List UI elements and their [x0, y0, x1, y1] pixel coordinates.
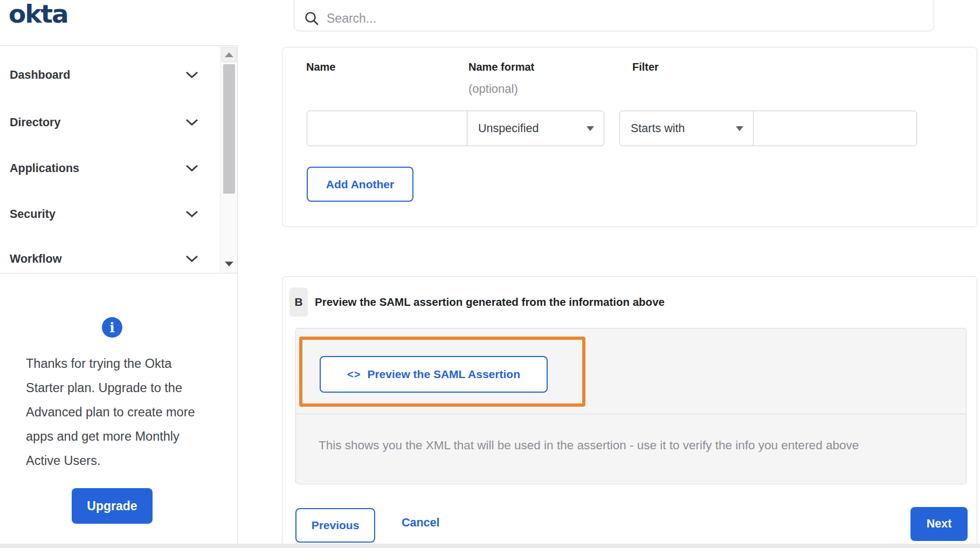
saml-preview-card: B Preview the SAML assertion generated f…	[282, 276, 977, 548]
chevron-down-icon	[185, 71, 198, 79]
global-search[interactable]	[294, 0, 934, 31]
sidebar-item-label: Directory	[10, 116, 60, 129]
add-another-button[interactable]: Add Another	[307, 167, 413, 202]
preview-button-label: Preview the SAML Assertion	[367, 368, 520, 381]
filter-value-input[interactable]	[753, 111, 917, 146]
previous-button[interactable]: Previous	[295, 508, 375, 543]
filter-operator-value: Starts with	[631, 122, 685, 135]
name-format-select[interactable]: Unspecified	[467, 111, 604, 146]
upgrade-button[interactable]: Upgrade	[72, 488, 153, 524]
sidebar-item-workflow[interactable]: Workflow	[10, 249, 198, 269]
arrow-up-icon	[225, 52, 233, 57]
attribute-name-input[interactable]	[307, 111, 467, 146]
preview-hint-text: This shows you the XML that will be used…	[319, 439, 859, 453]
scrollbar-thumb[interactable]	[223, 64, 235, 194]
cancel-link[interactable]: Cancel	[402, 516, 440, 530]
filter-operator-select[interactable]: Starts with	[619, 111, 754, 146]
scrollbar-down-button[interactable]	[222, 257, 237, 271]
plan-promo-text: Thanks for trying the Okta Starter plan.…	[26, 352, 206, 473]
sidebar-item-label: Security	[10, 208, 56, 221]
section-b-heading: Preview the SAML assertion generated fro…	[315, 296, 665, 309]
preview-panel-divider	[296, 414, 966, 414]
attribute-statements-card: Name Name format (optional) Filter Unspe…	[282, 47, 977, 227]
search-icon	[304, 11, 319, 26]
sidebar-scrollbar[interactable]	[220, 46, 237, 273]
sidebar-top-divider	[0, 45, 238, 46]
sidebar-item-label: Dashboard	[10, 68, 70, 82]
okta-admin-window: okta Dashboard Directory Applications Se…	[0, 0, 980, 548]
sidebar-item-directory[interactable]: Directory	[10, 112, 198, 133]
window-bottom-edge	[0, 544, 980, 548]
sidebar-nav-bottom-divider	[0, 273, 238, 273]
name-format-value: Unspecified	[478, 122, 539, 135]
sidebar-item-label: Applications	[10, 162, 79, 175]
preview-saml-assertion-button[interactable]: <> Preview the SAML Assertion	[320, 356, 548, 393]
filter-column-header: Filter	[632, 61, 659, 73]
chevron-down-icon	[185, 210, 198, 218]
arrow-down-icon	[225, 262, 233, 266]
scrollbar-up-button[interactable]	[222, 47, 237, 62]
sidebar-item-label: Workflow	[10, 252, 61, 266]
okta-logo: okta	[9, 0, 68, 29]
sidebar-item-security[interactable]: Security	[10, 204, 198, 224]
optional-label: (optional)	[468, 82, 518, 96]
sidebar-item-dashboard[interactable]: Dashboard	[10, 65, 198, 85]
preview-panel: This shows you the XML that will be used…	[295, 328, 967, 484]
search-input[interactable]	[327, 11, 924, 26]
name-format-column-header: Name format	[468, 61, 534, 73]
chevron-down-icon	[185, 165, 198, 172]
info-icon: i	[102, 317, 122, 338]
chevron-down-icon	[185, 255, 198, 263]
caret-down-icon	[736, 126, 743, 131]
caret-down-icon	[586, 126, 594, 131]
sidebar-item-applications[interactable]: Applications	[10, 158, 198, 179]
sidebar-right-divider	[237, 45, 238, 544]
next-button[interactable]: Next	[910, 507, 968, 541]
section-b-badge: B	[289, 287, 308, 317]
code-icon: <>	[347, 368, 361, 381]
name-column-header: Name	[306, 61, 335, 73]
chevron-down-icon	[185, 119, 198, 126]
